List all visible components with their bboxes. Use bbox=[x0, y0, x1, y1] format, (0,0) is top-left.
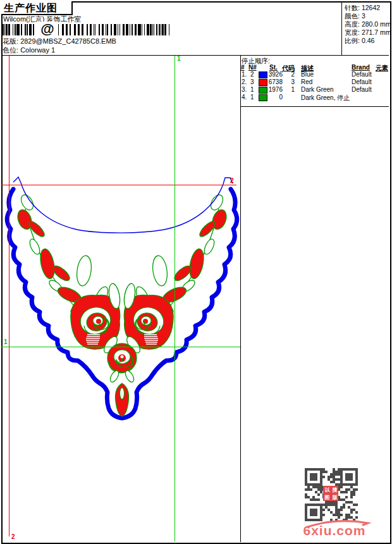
embroidery-design-preview bbox=[0, 0, 392, 544]
guide-label-green-1-left: 1 bbox=[4, 339, 8, 345]
guide-label-red-2-right: 2 bbox=[230, 178, 234, 184]
guide-line-green-vertical bbox=[175, 56, 175, 541]
guide-label-red-2-bottom: 2 bbox=[11, 534, 15, 540]
production-sheet-page: 生产作业图 Wilcom(汇京) 装饰工作室 @ 花版: 2829@MBSZ_C… bbox=[0, 0, 392, 544]
guide-label-green-1-top: 1 bbox=[177, 56, 181, 62]
guide-line-red-horizontal bbox=[1, 185, 236, 185]
guide-line-green-horizontal bbox=[1, 347, 240, 347]
guide-line-red-vertical bbox=[9, 56, 9, 536]
neckline-run-stitch bbox=[13, 177, 233, 233]
qr-center-stamp: 以搜 图版 bbox=[323, 486, 338, 501]
site-logo-text: 6xiu.com bbox=[300, 523, 369, 538]
